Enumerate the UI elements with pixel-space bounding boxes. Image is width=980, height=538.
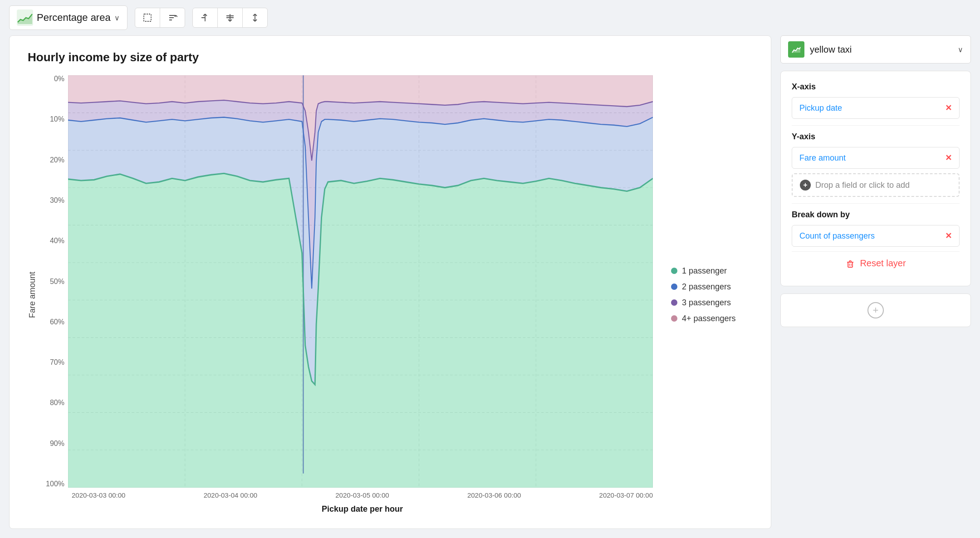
y-tick-90: 90% (50, 440, 64, 447)
trash-icon (845, 259, 855, 269)
add-layer-card[interactable]: + (780, 293, 971, 327)
legend-label-1: 1 passenger (682, 266, 727, 276)
x-field-text: Pickup date (799, 103, 842, 113)
chart-row: Fare amount 100% 90% 80% 70% 60% 50% 40% (28, 75, 653, 514)
toolbar-group-2 (192, 8, 268, 28)
svg-line-7 (176, 15, 177, 17)
chart-title: Hourly income by size of party (28, 50, 753, 64)
toolbar-group-1 (135, 8, 185, 28)
x-label-1: 2020-03-03 00:00 (72, 491, 125, 499)
swap-axes-icon (200, 13, 210, 23)
chart-type-label: Percentage area (37, 12, 111, 24)
y-tick-20: 20% (50, 157, 64, 164)
x-field-remove-button[interactable]: ✕ (945, 103, 952, 113)
legend-dot-2 (671, 284, 677, 290)
dataset-name: yellow taxi (810, 44, 952, 55)
percentage-area-chart-icon (17, 10, 33, 26)
y-tick-60: 60% (50, 318, 64, 326)
x-label-2: 2020-03-04 00:00 (204, 491, 257, 499)
legend-dot-1 (671, 268, 677, 274)
breakdown-field-chip: Count of passengers ✕ (792, 225, 960, 247)
x-label-4: 2020-03-06 00:00 (467, 491, 521, 499)
legend-item-1: 1 passenger (671, 266, 744, 276)
filter-icon (225, 13, 235, 23)
legend-label-3: 3 passengers (682, 298, 731, 308)
legend-item-2: 2 passengers (671, 282, 744, 292)
y-field-chip: Fare amount ✕ (792, 147, 960, 169)
legend-dot-4 (671, 315, 677, 322)
add-field-icon: + (800, 180, 811, 191)
svg-rect-40 (848, 262, 853, 267)
swap-axes-button[interactable] (193, 8, 218, 27)
legend-label-4: 4+ passengers (682, 314, 736, 323)
select-icon (142, 13, 152, 23)
breakdown-section-label: Break down by (792, 210, 960, 220)
chart-inner: 100% 90% 80% 70% 60% 50% 40% 30% 20% 10% (41, 75, 653, 514)
x-axis-labels: 2020-03-03 00:00 2020-03-04 00:00 2020-0… (41, 491, 653, 499)
chart-panel: Hourly income by size of party Fare amou… (9, 35, 771, 529)
svg-rect-2 (144, 14, 151, 21)
dataset-chart-icon (791, 44, 801, 54)
area-1-passenger (68, 173, 653, 488)
breakdown-field-text: Count of passengers (799, 231, 875, 241)
x-axis-title: Pickup date per hour (41, 504, 653, 514)
legend-item-4: 4+ passengers (671, 314, 744, 323)
right-panel: yellow taxi ∨ X-axis Pickup date ✕ Y-axi… (780, 35, 971, 529)
y-field-remove-button[interactable]: ✕ (945, 153, 952, 163)
sort-icon (167, 13, 177, 23)
chart-svg-container (68, 75, 653, 488)
reset-layer-label: Reset layer (860, 258, 906, 269)
chart-legend: 1 passenger 2 passengers 3 passengers 4+… (662, 75, 753, 514)
add-layer-icon: + (867, 302, 884, 318)
legend-dot-3 (671, 299, 677, 306)
y-ticks: 100% 90% 80% 70% 60% 50% 40% 30% 20% 10% (41, 75, 68, 488)
legend-item-3: 3 passengers (671, 298, 744, 308)
chart-type-button[interactable]: Percentage area ∨ (9, 5, 127, 30)
y-tick-10: 10% (50, 116, 64, 123)
y-field-text: Fare amount (799, 153, 846, 163)
chart-with-axes: Fare amount 100% 90% 80% 70% 60% 50% 40% (28, 75, 653, 514)
breakdown-field-remove-button[interactable]: ✕ (945, 231, 952, 241)
y-axis-section-label: Y-axis (792, 132, 960, 142)
y-tick-100: 100% (46, 480, 64, 488)
y-tick-0: 0% (54, 75, 64, 83)
y-axis-label: Fare amount (28, 75, 37, 514)
y-tick-70: 70% (50, 359, 64, 366)
legend-label-2: 2 passengers (682, 282, 731, 292)
y-tick-50: 50% (50, 278, 64, 285)
dataset-chevron-icon: ∨ (958, 45, 963, 54)
x-label-5: 2020-03-07 00:00 (599, 491, 653, 499)
main-content: Hourly income by size of party Fare amou… (0, 35, 980, 538)
dataset-icon (788, 41, 804, 58)
toolbar: Percentage area ∨ (0, 0, 980, 35)
dataset-selector[interactable]: yellow taxi ∨ (780, 35, 971, 64)
add-field-label: Drop a field or click to add (815, 181, 910, 190)
y-breakdown-divider (792, 203, 960, 204)
transpose-button[interactable] (243, 8, 267, 27)
x-label-3: 2020-03-05 00:00 (335, 491, 389, 499)
chevron-down-icon: ∨ (114, 14, 120, 22)
x-axis-section-label: X-axis (792, 82, 960, 92)
y-tick-40: 40% (50, 237, 64, 245)
x-field-chip: Pickup date ✕ (792, 97, 960, 119)
transpose-icon (250, 13, 260, 23)
add-y-field-button[interactable]: + Drop a field or click to add (792, 173, 960, 197)
select-tool-button[interactable] (135, 8, 160, 27)
config-card: X-axis Pickup date ✕ Y-axis Fare amount … (780, 71, 971, 286)
filter-button[interactable] (218, 8, 243, 27)
reset-layer-button[interactable]: Reset layer (792, 251, 960, 275)
y-tick-30: 30% (50, 197, 64, 204)
y-ticks-and-chart: 100% 90% 80% 70% 60% 50% 40% 30% 20% 10% (41, 75, 653, 488)
sort-button[interactable] (160, 8, 185, 27)
x-y-divider (792, 125, 960, 126)
y-tick-80: 80% (50, 399, 64, 406)
chart-area: Fare amount 100% 90% 80% 70% 60% 50% 40% (28, 75, 753, 514)
chart-svg (68, 75, 653, 488)
